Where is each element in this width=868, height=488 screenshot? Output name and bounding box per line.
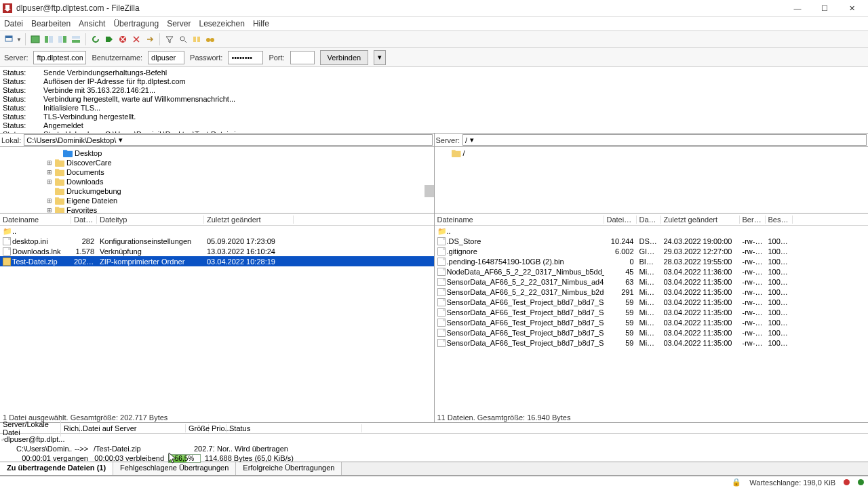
remote-filelist[interactable]: DateinameDateigrößeDateit...Zuletzt geän… <box>435 214 869 412</box>
column-header[interactable]: Dateit... <box>637 216 661 224</box>
tab-failed[interactable]: Fehlgeschlagene Übertragungen <box>113 462 236 475</box>
log-label: Status: <box>3 68 43 77</box>
tab-pending[interactable]: Zu übertragende Dateien (1) <box>0 462 113 475</box>
menu-server[interactable]: Server <box>167 19 191 28</box>
queue-progress-row: 00:00:01 vergangen 00:00:03 verbleibend … <box>3 453 865 463</box>
log-msg: Sende Verbindungserhaltungs-Befehl <box>43 68 167 77</box>
list-item[interactable]: SensorData_AF66_5_2_22_0317_Nimbus_b2d0_… <box>435 287 869 297</box>
transfer-queue[interactable]: Server/Lokale DateiRich...Datei auf Serv… <box>0 423 868 462</box>
remote-panel: Server: /▾ / DateinameDateigrößeDateit..… <box>435 134 869 423</box>
port-input[interactable] <box>290 51 315 64</box>
column-header[interactable]: Dateityp <box>97 216 204 224</box>
tree-label: Desktop <box>75 148 102 158</box>
connect-dropdown[interactable]: ▾ <box>374 50 386 65</box>
tree-item[interactable]: Druckumgebung <box>0 186 434 196</box>
process-queue-button[interactable] <box>103 33 115 45</box>
scrollbar-thumb[interactable] <box>425 185 434 197</box>
local-tree[interactable]: Desktop⊞DiscoverCare⊞Documents⊞Downloads… <box>0 147 434 214</box>
list-item[interactable]: desktop.ini282Konfigurationseinstellunge… <box>0 236 434 246</box>
disconnect-button[interactable] <box>130 33 142 45</box>
column-header[interactable]: Dateiname <box>0 216 71 224</box>
column-header[interactable]: Zuletzt geändert <box>661 216 740 224</box>
column-header[interactable]: Größe <box>186 424 209 432</box>
column-header[interactable]: Dateig... <box>71 216 97 224</box>
column-header[interactable]: Zuletzt geändert <box>204 216 294 224</box>
local-path-input[interactable]: C:\Users\Dominik\Desktop\▾ <box>24 134 432 146</box>
remote-path-input[interactable]: /▾ <box>462 134 867 146</box>
list-item[interactable]: .gitignore6.002GITIG...29.03.2022 12:27:… <box>435 246 869 256</box>
minimize-button[interactable]: — <box>784 0 811 16</box>
local-filelist[interactable]: DateinameDateig...DateitypZuletzt geände… <box>0 214 434 412</box>
column-header[interactable]: Status <box>226 424 362 432</box>
tree-item[interactable]: ⊞Favorites <box>0 205 434 214</box>
toggle-local-tree-button[interactable] <box>43 33 55 45</box>
list-item[interactable]: SensorData_AF66_5_2_22_0317_Nimbus_ad42_… <box>435 277 869 287</box>
list-item[interactable]: SensorData_AF66_Test_Project_b8d7_b8d7_S… <box>435 338 869 348</box>
list-item[interactable]: SensorData_AF66_Test_Project_b8d7_b8d7_S… <box>435 327 869 338</box>
titlebar: dlpuser@ftp.dlptest.com - FileZilla — ☐ … <box>0 0 868 17</box>
pass-input[interactable] <box>228 51 263 64</box>
binoc-button[interactable] <box>204 33 216 45</box>
menu-bearbeiten[interactable]: Bearbeiten <box>31 19 71 28</box>
menu-datei[interactable]: Datei <box>4 19 23 28</box>
column-header[interactable]: Dateigröße <box>604 216 637 224</box>
tree-item[interactable]: Desktop <box>0 148 434 158</box>
column-header[interactable]: Berech... <box>740 216 766 224</box>
compare-button[interactable] <box>191 33 203 45</box>
file-icon <box>437 329 446 337</box>
toggle-queue-button[interactable] <box>70 33 82 45</box>
queue-file-row[interactable]: C:\Users\Domin... -->> /Test-Datei.zip 2… <box>3 444 865 453</box>
list-item[interactable]: NodeData_AF66_5_2_22_0317_Nimbus_b5dd_b5… <box>435 266 869 277</box>
list-item[interactable]: 📁.. <box>0 226 434 236</box>
message-log[interactable]: Status:Sende Verbindungserhaltungs-Befeh… <box>0 67 868 134</box>
up-icon: 📁 <box>437 227 446 235</box>
tree-label: DiscoverCare <box>66 158 112 167</box>
menu-hilfe[interactable]: Hilfe <box>253 19 269 28</box>
column-header[interactable]: Datei auf Server <box>80 424 186 432</box>
toggle-log-button[interactable] <box>29 33 41 45</box>
column-header[interactable]: Rich... <box>61 424 80 432</box>
list-item[interactable]: .DS_Store10.244DS_ST...24.03.2022 19:00:… <box>435 236 869 246</box>
file-icon <box>3 247 11 256</box>
list-item[interactable]: Test-Datei.zip202.717ZIP-komprimierter O… <box>0 256 434 266</box>
folder-icon <box>55 168 64 176</box>
tab-success[interactable]: Erfolgreiche Übertragungen <box>236 462 342 475</box>
log-msg: Verbindung hergestellt, warte auf Willko… <box>43 95 235 104</box>
file-icon <box>3 258 11 266</box>
tree-item[interactable]: ⊞Eigene Dateien <box>0 196 434 205</box>
list-item[interactable]: Downloads.lnk1.578Verknüpfung13.03.2022 … <box>0 246 434 256</box>
tree-item[interactable]: / <box>435 148 869 158</box>
maximize-button[interactable]: ☐ <box>811 0 838 16</box>
list-item[interactable]: SensorData_AF66_Test_Project_b8d7_b8d7_S… <box>435 317 869 327</box>
column-header[interactable]: Dateiname <box>435 216 604 224</box>
tree-item[interactable]: ⊞Downloads <box>0 177 434 186</box>
sitemanager-button[interactable] <box>3 33 15 45</box>
close-button[interactable]: ✕ <box>838 0 865 16</box>
server-input[interactable] <box>33 51 86 64</box>
menu-uebertragung[interactable]: Übertragung <box>113 19 159 28</box>
list-item[interactable]: SensorData_AF66_Test_Project_b8d7_b8d7_S… <box>435 307 869 317</box>
user-input[interactable] <box>148 51 184 64</box>
menu-ansicht[interactable]: Ansicht <box>79 19 105 28</box>
search-button[interactable] <box>177 33 189 45</box>
list-item[interactable]: SensorData_AF66_Test_Project_b8d7_b8d7_S… <box>435 297 869 307</box>
tree-item[interactable]: ⊞DiscoverCare <box>0 158 434 167</box>
cancel-button[interactable] <box>117 33 129 45</box>
toggle-remote-tree-button[interactable] <box>56 33 68 45</box>
reconnect-button[interactable] <box>144 33 156 45</box>
refresh-button[interactable] <box>90 33 102 45</box>
connect-button[interactable]: Verbinden <box>320 50 369 65</box>
menu-lesezeichen[interactable]: Lesezeichen <box>199 19 244 28</box>
list-item[interactable]: 📁.. <box>435 226 869 236</box>
tree-label: / <box>463 148 465 158</box>
remote-tree[interactable]: / <box>435 147 869 214</box>
queue-server-row[interactable]: dlpuser@ftp.dlpt... <box>3 434 865 444</box>
column-header[interactable]: Besitz... <box>766 216 793 224</box>
filter-button[interactable] <box>163 33 176 45</box>
tree-item[interactable]: ⊞Documents <box>0 167 434 177</box>
svg-rect-6 <box>63 36 66 43</box>
list-item[interactable]: .pending-1648754190-10GB (2).bin0BIN-D..… <box>435 256 869 266</box>
queue-local-file: C:\Users\Domin... <box>14 445 72 453</box>
column-header[interactable]: Prio... <box>209 424 226 432</box>
menubar: Datei Bearbeiten Ansicht Übertragung Ser… <box>0 17 868 30</box>
